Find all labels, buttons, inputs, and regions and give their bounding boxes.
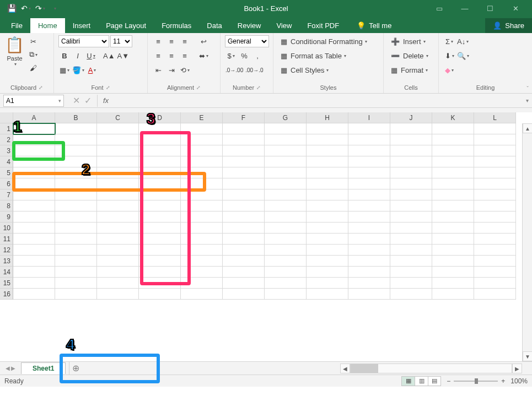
cell[interactable] xyxy=(307,189,348,200)
column-header[interactable]: J xyxy=(390,112,432,123)
cell[interactable] xyxy=(390,200,432,211)
dialog-launcher-icon[interactable]: ⤢ xyxy=(106,85,110,90)
cell[interactable] xyxy=(55,278,97,289)
cell[interactable] xyxy=(307,211,348,223)
vertical-scrollbar[interactable]: ▲ ▼ xyxy=(522,123,532,361)
cell[interactable] xyxy=(181,289,223,300)
sort-filter-button[interactable]: A↓▾ xyxy=(456,35,469,47)
row-header[interactable]: 3 xyxy=(0,145,13,156)
cell[interactable] xyxy=(432,134,474,145)
cell[interactable] xyxy=(13,234,55,245)
format-as-table-button[interactable]: ▦ Format as Table▾ xyxy=(278,50,349,62)
cell[interactable] xyxy=(55,289,97,300)
cell[interactable] xyxy=(97,211,139,223)
cell[interactable] xyxy=(13,211,55,223)
sheet-tab[interactable]: Sheet1 xyxy=(21,362,66,374)
collapse-ribbon-button[interactable]: ˇ xyxy=(526,85,529,92)
cell[interactable] xyxy=(348,178,390,189)
cell[interactable] xyxy=(307,256,348,267)
cell[interactable] xyxy=(474,211,516,223)
cell[interactable] xyxy=(97,178,139,189)
cell[interactable] xyxy=(432,289,474,300)
cell[interactable] xyxy=(223,189,265,200)
cell[interactable] xyxy=(265,223,307,234)
cell[interactable] xyxy=(307,267,348,278)
cell[interactable] xyxy=(97,245,139,256)
cell[interactable] xyxy=(97,156,139,167)
cell[interactable] xyxy=(307,223,348,234)
cell[interactable] xyxy=(97,145,139,156)
cell[interactable] xyxy=(390,289,432,300)
cell-styles-button[interactable]: ▦ Cell Styles▾ xyxy=(278,64,331,76)
cell[interactable] xyxy=(181,200,223,211)
row-header[interactable]: 6 xyxy=(0,178,13,189)
underline-button[interactable]: U▾ xyxy=(85,50,97,62)
format-painter-button[interactable]: 🖌 xyxy=(27,62,39,74)
cell[interactable] xyxy=(13,189,55,200)
orientation-button[interactable]: ⟲▾ xyxy=(179,64,191,76)
row-header[interactable]: 8 xyxy=(0,200,13,211)
cell[interactable] xyxy=(181,178,223,189)
cell[interactable] xyxy=(474,267,516,278)
name-box[interactable]: A1▾ xyxy=(3,95,64,107)
decrease-font-button[interactable]: A▼ xyxy=(117,50,130,62)
ribbon-options-icon[interactable]: ▭ xyxy=(429,0,449,17)
cell[interactable] xyxy=(265,289,307,300)
cell[interactable] xyxy=(265,278,307,289)
cell[interactable] xyxy=(432,278,474,289)
cell[interactable] xyxy=(223,267,265,278)
font-name-select[interactable]: Calibri xyxy=(58,35,109,47)
clear-button[interactable]: ◆▾ xyxy=(443,64,455,76)
cell[interactable] xyxy=(55,200,97,211)
cell[interactable] xyxy=(265,245,307,256)
cell[interactable] xyxy=(181,211,223,223)
cell[interactable] xyxy=(474,123,516,134)
cell[interactable] xyxy=(181,256,223,267)
cell[interactable] xyxy=(55,256,97,267)
row-header[interactable]: 16 xyxy=(0,289,13,300)
cell[interactable] xyxy=(181,267,223,278)
cell[interactable] xyxy=(348,145,390,156)
dialog-launcher-icon[interactable]: ⤢ xyxy=(196,85,201,90)
cell[interactable] xyxy=(223,134,265,145)
row-header[interactable]: 10 xyxy=(0,223,13,234)
zoom-out-button[interactable]: − xyxy=(447,377,450,385)
cell[interactable] xyxy=(265,200,307,211)
select-all-button[interactable] xyxy=(0,112,13,123)
cell[interactable] xyxy=(390,211,432,223)
tab-home[interactable]: Home xyxy=(30,18,65,33)
cell[interactable] xyxy=(181,156,223,167)
cell[interactable] xyxy=(390,256,432,267)
cell[interactable] xyxy=(474,156,516,167)
font-color-button[interactable]: A▾ xyxy=(86,64,98,76)
tab-view[interactable]: View xyxy=(268,18,299,33)
cell[interactable] xyxy=(474,223,516,234)
fill-color-button[interactable]: 🪣▾ xyxy=(72,64,85,76)
cell[interactable] xyxy=(265,167,307,178)
sheet-nav-prev[interactable]: ◀ xyxy=(6,365,10,371)
cell[interactable] xyxy=(139,245,181,256)
cell[interactable] xyxy=(55,156,97,167)
cell[interactable] xyxy=(13,223,55,234)
cell[interactable] xyxy=(474,245,516,256)
cell[interactable] xyxy=(139,200,181,211)
column-header[interactable]: H xyxy=(307,112,348,123)
cell[interactable] xyxy=(223,234,265,245)
cell[interactable] xyxy=(432,167,474,178)
tab-file[interactable]: File xyxy=(3,18,30,33)
zoom-slider[interactable]: − + xyxy=(447,377,505,385)
cell[interactable] xyxy=(13,267,55,278)
cell[interactable] xyxy=(307,123,348,134)
cell[interactable] xyxy=(55,189,97,200)
column-header[interactable]: F xyxy=(223,112,265,123)
cell[interactable] xyxy=(348,289,390,300)
column-header[interactable]: G xyxy=(265,112,307,123)
normal-view-button[interactable]: ▦ xyxy=(401,376,415,386)
cell[interactable] xyxy=(307,134,348,145)
cell[interactable] xyxy=(97,167,139,178)
cell[interactable] xyxy=(223,289,265,300)
cell[interactable] xyxy=(181,145,223,156)
cell[interactable] xyxy=(139,256,181,267)
cell[interactable] xyxy=(181,123,223,134)
new-sheet-button[interactable]: ⊕ xyxy=(69,362,82,375)
